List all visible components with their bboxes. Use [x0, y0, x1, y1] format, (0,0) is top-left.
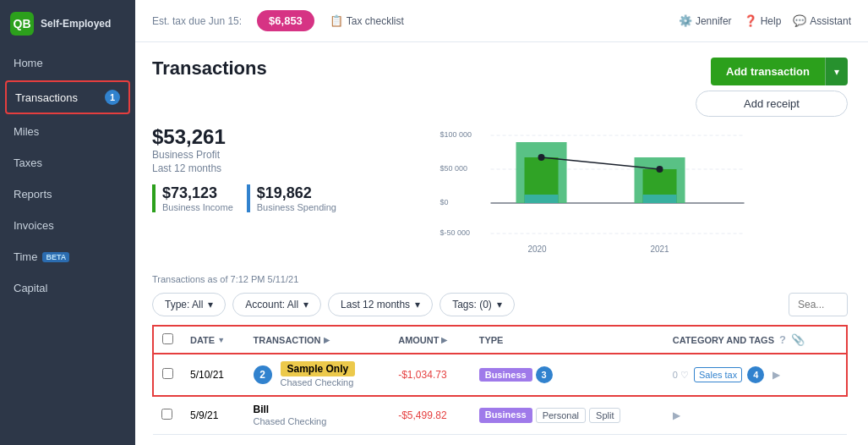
sidebar-item-transactions[interactable]: Transactions 1 — [5, 80, 130, 114]
transaction-col-label: TRANSACTION — [254, 335, 321, 345]
row2-sub-account: Chased Checking — [254, 416, 327, 426]
sales-tax-link[interactable]: Sales tax — [694, 367, 742, 382]
assistant-icon: 💬 — [793, 14, 806, 27]
row1-count: 0 ♡ — [673, 370, 689, 381]
svg-text:2021: 2021 — [650, 244, 669, 254]
row2-checkbox-col[interactable] — [153, 396, 182, 435]
page-title: Transactions — [152, 58, 267, 80]
topbar-center: Est. tax due Jun 15: $6,853 📋 Tax checkl… — [152, 10, 404, 31]
topbar-right: ⚙️ Jennifer ❓ Help 💬 Assistant — [679, 14, 851, 27]
row1-expand-icon[interactable]: ▶ — [772, 369, 780, 381]
sidebar-item-reports[interactable]: Reports — [0, 179, 135, 210]
row1-checkbox-col[interactable] — [153, 354, 182, 396]
table-row: 5/9/21 Bill Chased Checking -$5,499.82 B… — [153, 396, 847, 435]
tags-filter[interactable]: Tags: (0) ▾ — [439, 293, 515, 316]
badge-2: 2 — [254, 365, 272, 384]
help-label: Help — [761, 15, 782, 27]
th-type: TYPE — [471, 326, 664, 354]
chevron-down-icon: ▾ — [208, 299, 213, 310]
period-filter[interactable]: Last 12 months ▾ — [328, 293, 433, 316]
row2-expand-icon[interactable]: ▶ — [673, 409, 680, 421]
account-filter-label: Account: All — [245, 299, 298, 310]
tax-checklist-link[interactable]: 📋 Tax checklist — [330, 14, 404, 27]
svg-text:$50 000: $50 000 — [439, 164, 467, 173]
sidebar-item-time[interactable]: Time BETA — [0, 241, 135, 272]
help-icon: ❓ — [744, 14, 757, 27]
tax-amount-button[interactable]: $6,853 — [257, 10, 314, 31]
spending-label: Business Spending — [257, 202, 336, 212]
badge-4: 4 — [747, 366, 764, 383]
assistant-link[interactable]: 💬 Assistant — [793, 14, 851, 27]
type-filter-label: Type: All — [165, 299, 203, 310]
date-col-label: DATE — [190, 335, 215, 345]
row2-amount: -$5,499.82 — [390, 396, 471, 435]
bar-chart: $100 000 $50 000 $0 $-50 000 — [353, 125, 848, 261]
table-header-row: DATE ▼ TRANSACTION ▶ AMOUNT ▶ — [153, 326, 847, 354]
summary-chart-row: $53,261 Business Profit Last 12 months $… — [152, 125, 848, 264]
sidebar-item-label: Home — [14, 57, 43, 69]
chart-area: $100 000 $50 000 $0 $-50 000 — [353, 125, 848, 264]
row2-date: 5/9/21 — [182, 396, 245, 435]
row2-split-badge[interactable]: Split — [589, 408, 620, 423]
sidebar-item-miles[interactable]: Miles — [0, 116, 135, 147]
row2-personal-badge[interactable]: Personal — [536, 408, 586, 423]
account-filter[interactable]: Account: All ▾ — [232, 293, 321, 316]
transactions-table: DATE ▼ TRANSACTION ▶ AMOUNT ▶ — [152, 325, 848, 435]
th-date[interactable]: DATE ▼ — [182, 326, 245, 354]
row2-type: Business Personal Split — [471, 396, 664, 435]
tags-filter-label: Tags: (0) — [452, 299, 492, 310]
profit-amount: $53,261 — [152, 125, 336, 149]
sample-only-badge: Sample Only — [281, 361, 356, 376]
search-input[interactable] — [789, 293, 848, 316]
sidebar-item-label: Reports — [14, 188, 52, 201]
svg-text:2020: 2020 — [527, 244, 547, 254]
category-col-label: CATEGORY AND TAGS — [673, 335, 774, 345]
checklist-icon: 📋 — [330, 14, 343, 27]
row2-category: ▶ — [664, 396, 847, 435]
th-amount[interactable]: AMOUNT ▶ — [390, 326, 471, 354]
content-header: Transactions Add transaction ▾ Add recei… — [152, 58, 848, 117]
income-label: Business Income — [162, 202, 233, 212]
row2-business-badge[interactable]: Business — [479, 408, 532, 423]
sidebar-item-taxes[interactable]: Taxes — [0, 147, 135, 179]
date-sort-icon: ▼ — [217, 336, 225, 344]
type-col-label: TYPE — [479, 335, 504, 345]
row2-checkbox[interactable] — [161, 409, 172, 420]
select-all-checkbox-col[interactable] — [153, 326, 182, 354]
th-transaction[interactable]: TRANSACTION ▶ — [245, 326, 390, 354]
timestamp: Transactions as of 7:12 PM 5/11/21 — [152, 274, 848, 284]
type-filter[interactable]: Type: All ▾ — [152, 293, 226, 316]
select-all-checkbox[interactable] — [162, 333, 173, 344]
sidebar-item-home[interactable]: Home — [0, 47, 135, 79]
add-transaction-group: Add transaction ▾ Add receipt — [696, 58, 848, 117]
gear-icon: ⚙️ — [679, 14, 692, 27]
add-receipt-button[interactable]: Add receipt — [696, 91, 848, 117]
help-icon[interactable]: ? — [779, 333, 786, 346]
sidebar-item-label: Invoices — [14, 219, 54, 232]
add-transaction-dropdown-arrow[interactable]: ▾ — [825, 58, 848, 85]
row1-checkbox[interactable] — [162, 368, 173, 379]
row2-transaction: Bill Chased Checking — [245, 396, 390, 435]
row1-type: Business 3 — [471, 354, 664, 396]
svg-rect-10 — [524, 195, 558, 203]
sidebar-item-capital[interactable]: Capital — [0, 272, 135, 304]
badge-3: 3 — [536, 366, 553, 383]
table-body: 5/10/21 2 Sample Only Chased Checking -$… — [153, 354, 847, 435]
svg-text:$0: $0 — [439, 198, 448, 206]
business-type-badge[interactable]: Business — [479, 368, 532, 382]
tax-checklist-label: Tax checklist — [347, 15, 404, 27]
add-transaction-split-button: Add transaction ▾ — [711, 58, 848, 85]
sidebar-item-invoices[interactable]: Invoices — [0, 210, 135, 241]
chevron-down-icon: ▾ — [303, 299, 308, 310]
sidebar-item-label: Taxes — [14, 157, 42, 169]
spending-block: $19,862 Business Spending — [247, 184, 336, 212]
amount-sort-icon: ▶ — [441, 336, 447, 344]
help-link[interactable]: ❓ Help — [744, 14, 782, 27]
summary-left: $53,261 Business Profit Last 12 months $… — [152, 125, 336, 264]
row1-transaction: 2 Sample Only Chased Checking — [245, 354, 390, 396]
settings-link[interactable]: ⚙️ Jennifer — [679, 14, 732, 27]
topbar: Est. tax due Jun 15: $6,853 📋 Tax checkl… — [135, 0, 868, 42]
user-name: Jennifer — [696, 15, 732, 27]
assistant-label: Assistant — [810, 15, 851, 27]
add-transaction-button[interactable]: Add transaction — [711, 58, 825, 85]
